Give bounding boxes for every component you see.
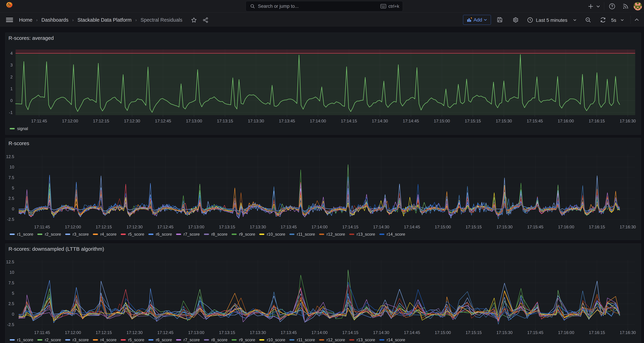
svg-text:17:13:30: 17:13:30 [250,330,266,335]
svg-text:17:13:15: 17:13:15 [219,330,235,335]
svg-text:0: 0 [10,98,13,103]
svg-text:17:11:45: 17:11:45 [34,225,50,229]
svg-text:1: 1 [10,86,13,91]
svg-text:17:15:45: 17:15:45 [527,225,543,229]
svg-text:3: 3 [10,63,13,67]
svg-text:17:16:30: 17:16:30 [620,119,636,123]
svg-text:7.5: 7.5 [8,175,14,180]
svg-text:17:16:00: 17:16:00 [558,330,574,335]
svg-text:5: 5 [12,186,14,190]
svg-text:17:15:00: 17:15:00 [435,225,451,229]
svg-text:17:12:45: 17:12:45 [155,119,171,123]
svg-text:17:13:30: 17:13:30 [248,119,264,123]
svg-text:17:14:00: 17:14:00 [311,225,328,229]
svg-text:12.5: 12.5 [6,154,14,159]
svg-text:10: 10 [10,165,14,169]
svg-text:17:16:00: 17:16:00 [558,225,574,229]
svg-text:17:14:45: 17:14:45 [403,119,419,123]
svg-text:17:15:00: 17:15:00 [435,330,451,335]
svg-text:17:14:00: 17:14:00 [310,119,326,123]
svg-text:17:13:45: 17:13:45 [279,119,295,123]
svg-text:17:16:15: 17:16:15 [589,330,605,335]
svg-text:0: 0 [12,207,14,211]
svg-text:17:15:00: 17:15:00 [434,119,450,123]
svg-text:17:12:30: 17:12:30 [124,119,140,123]
svg-text:17:12:45: 17:12:45 [157,225,173,229]
svg-text:17:15:15: 17:15:15 [465,119,481,123]
svg-text:17:15:30: 17:15:30 [496,330,512,335]
svg-text:17:13:00: 17:13:00 [188,330,204,335]
svg-text:17:12:15: 17:12:15 [96,330,112,335]
svg-text:17:12:15: 17:12:15 [96,225,112,229]
svg-text:17:15:15: 17:15:15 [466,330,482,335]
svg-text:17:12:00: 17:12:00 [62,119,78,123]
svg-text:7.5: 7.5 [8,280,14,285]
svg-text:10: 10 [10,270,14,275]
svg-text:-2.5: -2.5 [7,322,14,327]
svg-text:17:12:45: 17:12:45 [157,330,173,335]
svg-text:-2.5: -2.5 [7,217,14,222]
svg-text:17:12:15: 17:12:15 [93,119,109,123]
svg-text:17:14:45: 17:14:45 [404,330,420,335]
svg-text:-1: -1 [9,110,13,115]
svg-text:17:13:15: 17:13:15 [217,119,233,123]
svg-text:2: 2 [10,75,13,79]
svg-text:17:16:00: 17:16:00 [558,119,574,123]
svg-text:17:14:45: 17:14:45 [404,225,420,229]
svg-text:5: 5 [12,291,14,295]
svg-text:17:13:45: 17:13:45 [280,225,297,229]
svg-text:17:13:45: 17:13:45 [280,330,297,335]
svg-text:17:14:15: 17:14:15 [341,119,357,123]
svg-text:2.5: 2.5 [8,196,14,201]
svg-text:17:16:15: 17:16:15 [589,119,605,123]
svg-text:17:15:15: 17:15:15 [466,225,482,229]
svg-text:17:12:30: 17:12:30 [126,225,142,229]
svg-text:17:14:15: 17:14:15 [342,225,358,229]
svg-text:17:15:30: 17:15:30 [496,119,512,123]
svg-text:17:14:30: 17:14:30 [373,330,389,335]
svg-text:4: 4 [10,51,13,56]
svg-text:0: 0 [12,312,14,316]
svg-text:17:12:00: 17:12:00 [65,330,81,335]
svg-text:17:13:15: 17:13:15 [219,225,235,229]
svg-text:17:14:15: 17:14:15 [342,330,358,335]
svg-text:17:16:30: 17:16:30 [620,225,636,229]
svg-text:17:15:45: 17:15:45 [527,330,543,335]
svg-text:17:13:00: 17:13:00 [186,119,202,123]
svg-text:17:14:00: 17:14:00 [311,330,328,335]
svg-text:17:14:30: 17:14:30 [373,225,389,229]
svg-text:17:16:15: 17:16:15 [589,225,605,229]
svg-text:17:12:00: 17:12:00 [65,225,81,229]
svg-text:17:11:45: 17:11:45 [34,330,50,335]
svg-text:12.5: 12.5 [6,259,14,264]
svg-text:17:13:00: 17:13:00 [188,225,204,229]
svg-text:17:15:30: 17:15:30 [496,225,512,229]
svg-text:17:16:30: 17:16:30 [620,330,636,335]
svg-text:17:14:30: 17:14:30 [372,119,388,123]
svg-text:17:11:45: 17:11:45 [31,119,47,123]
svg-text:17:12:30: 17:12:30 [126,330,142,335]
svg-text:2.5: 2.5 [8,301,14,306]
svg-text:17:15:45: 17:15:45 [527,119,543,123]
svg-text:17:13:30: 17:13:30 [250,225,266,229]
